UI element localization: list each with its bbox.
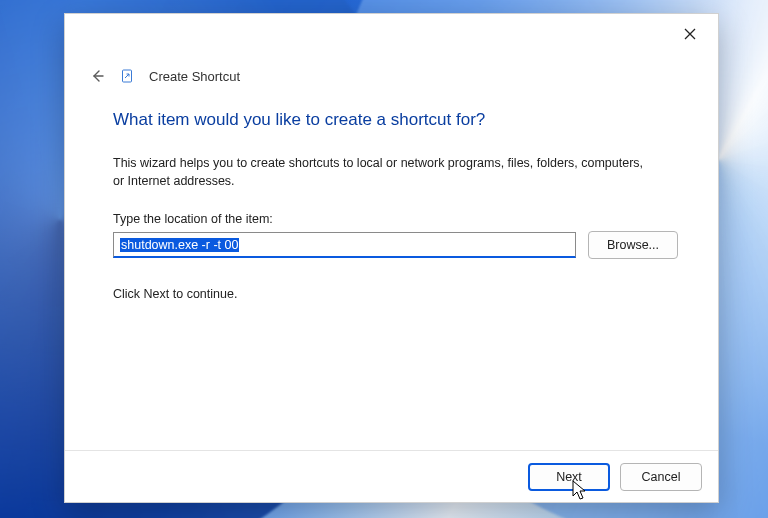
browse-button[interactable]: Browse... [588,231,678,259]
location-label: Type the location of the item: [113,212,678,226]
close-button[interactable] [672,20,708,48]
continue-hint: Click Next to continue. [113,287,678,301]
location-input-value: shutdown.exe -r -t 00 [120,238,239,252]
close-icon [684,26,696,43]
back-arrow-icon[interactable] [87,66,107,86]
page-heading: What item would you like to create a sho… [113,110,678,130]
dialog-title: Create Shortcut [149,69,240,84]
wizard-description: This wizard helps you to create shortcut… [113,154,653,190]
dialog-footer: Next Cancel [65,450,718,502]
dialog-content: What item would you like to create a sho… [113,110,678,440]
next-button[interactable]: Next [528,463,610,491]
create-shortcut-dialog: Create Shortcut What item would you like… [64,13,719,503]
shortcut-page-icon [121,69,135,83]
location-input[interactable]: shutdown.exe -r -t 00 [113,232,576,258]
cancel-button[interactable]: Cancel [620,463,702,491]
dialog-header: Create Shortcut [87,66,696,86]
